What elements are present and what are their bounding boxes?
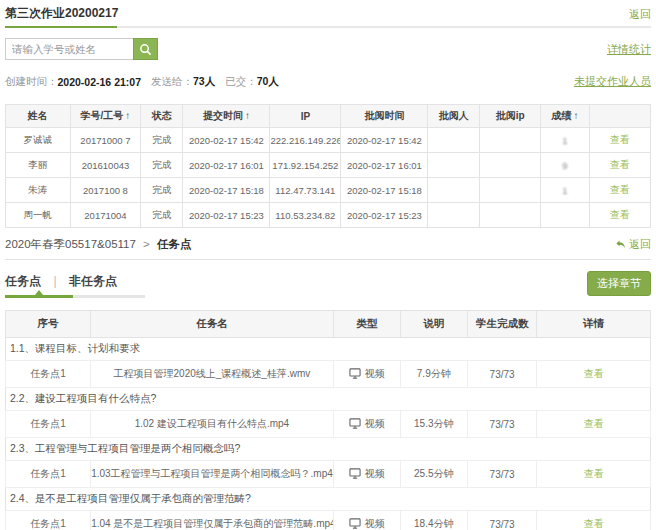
sent-to-label: 发送给： — [151, 75, 193, 89]
cell-name: 朱涛 — [6, 178, 71, 203]
homework-section: 第三次作业20200217 返回 详情统计 创建时间： 2020-02-16 2… — [5, 0, 651, 228]
cell-status: 完成 — [141, 153, 183, 178]
submitted-label: 已交： — [225, 75, 257, 89]
cell-action: 查看 — [589, 153, 650, 178]
cell-status: 完成 — [141, 178, 183, 203]
type-cell: 视频 — [349, 517, 385, 530]
homework-column-header-提交时间[interactable]: 提交时间↑ — [183, 105, 270, 128]
cell-reviewer — [428, 153, 480, 178]
course-back-link[interactable]: 返回 — [615, 237, 651, 252]
cell-task-name: 1.04 是不是工程项目管理仅属于承包商的管理范畴.mp4 — [91, 511, 334, 530]
cell-reviewer — [428, 203, 480, 228]
cell-review: 2020-02-17 16:01 — [341, 153, 428, 178]
unsubmitted-students-link[interactable]: 未提交作业人员 — [574, 74, 651, 89]
cell-review_ip — [480, 128, 541, 153]
course-back-label: 返回 — [629, 237, 651, 252]
taskpoint-column-header-序号: 序号 — [6, 311, 91, 338]
homework-column-header-IP: IP — [270, 105, 341, 128]
select-chapter-button[interactable]: 选择章节 — [587, 271, 651, 296]
cell-completed: 73/73 — [467, 461, 537, 488]
cell-task-name: 1.02 建设工程项目有什么特点.mp4 — [91, 411, 334, 438]
taskpoint-table: 序号任务名类型说明学生完成数详情 1.1、课程目标、计划和要求任务点1工程项目管… — [5, 310, 651, 530]
tab-taskpoint[interactable]: 任务点 — [5, 274, 41, 288]
view-link[interactable]: 查看 — [610, 184, 630, 195]
search-box — [5, 38, 158, 60]
chapter-group-title: 2.2、建设工程项目有什么特点? — [6, 388, 651, 411]
cell-detail: 查看 — [537, 361, 651, 388]
tab-underline — [5, 295, 145, 298]
cell-duration: 7.9分钟 — [400, 361, 467, 388]
tab-row: 任务点 | 非任务点 选择章节 — [5, 271, 651, 298]
cell-action: 查看 — [589, 178, 650, 203]
homework-column-header-批阅人: 批阅人 — [428, 105, 480, 128]
chapter-group-row: 2.4、是不是工程项目管理仅属于承包商的管理范畴? — [6, 488, 651, 511]
cell-action: 查看 — [589, 128, 650, 153]
cell-duration: 18.4分钟 — [400, 511, 467, 530]
cell-ip: 112.47.73.141 — [270, 178, 341, 203]
taskpoint-section: 2020年春季05517&05117 > 任务点 返回 任务点 | 非任务点 — [5, 237, 651, 530]
sent-to-value: 73人 — [193, 75, 215, 89]
cell-duration: 25.5分钟 — [400, 461, 467, 488]
video-monitor-icon — [349, 368, 361, 380]
chapter-group-row: 2.2、建设工程项目有什么特点? — [6, 388, 651, 411]
created-time-label: 创建时间： — [5, 75, 58, 89]
task-row: 任务点11.04 是不是工程项目管理仅属于承包商的管理范畴.mp4视频18.4分… — [6, 511, 651, 530]
cell-seq: 任务点1 — [6, 411, 91, 438]
cell-completed: 73/73 — [467, 361, 537, 388]
cell-type: 视频 — [333, 361, 400, 388]
table-row: 周一帆20171004完成2020-02-17 15:23110.53.234.… — [6, 203, 651, 228]
view-link[interactable]: 查看 — [584, 468, 604, 479]
tab-non-taskpoint[interactable]: 非任务点 — [69, 274, 117, 288]
cell-completed: 73/73 — [467, 411, 537, 438]
back-arrow-icon — [615, 239, 626, 250]
chapter-group-title: 1.1、课程目标、计划和要求 — [6, 338, 651, 361]
type-label: 视频 — [365, 417, 385, 431]
page-title: 第三次作业20200217 — [5, 5, 118, 22]
type-label: 视频 — [365, 517, 385, 530]
divider — [5, 259, 651, 260]
title-rule — [5, 26, 651, 28]
search-button[interactable] — [133, 38, 158, 60]
cell-score: 1 — [541, 128, 589, 153]
cell-name: 罗诚诚 — [6, 128, 71, 153]
tab-separator: | — [53, 274, 56, 288]
taskpoint-table-body: 1.1、课程目标、计划和要求任务点1工程项目管理2020线上_课程概述_桂萍.w… — [6, 338, 651, 530]
tabs: 任务点 | 非任务点 — [5, 271, 117, 298]
breadcrumb-course[interactable]: 2020年春季05517&05117 — [5, 238, 136, 250]
view-link[interactable]: 查看 — [584, 368, 604, 379]
video-monitor-icon — [349, 518, 361, 530]
cell-reviewer — [428, 178, 480, 203]
sort-ascending-icon: ↑ — [125, 110, 130, 121]
homework-column-header-学号/工号[interactable]: 学号/工号↑ — [70, 105, 141, 128]
search-input[interactable] — [5, 38, 133, 60]
cell-task-name: 工程项目管理2020线上_课程概述_桂萍.wmv — [91, 361, 334, 388]
homework-column-header-成绩[interactable]: 成绩↑ — [541, 105, 589, 128]
cell-name: 李丽 — [6, 153, 71, 178]
view-link[interactable]: 查看 — [610, 159, 630, 170]
detail-stats-link[interactable]: 详情统计 — [607, 42, 651, 57]
score-value: 1 — [562, 135, 567, 146]
chapter-group-row: 1.1、课程目标、计划和要求 — [6, 338, 651, 361]
chapter-group-row: 2.3、工程管理与工程项目管理是两个相同概念吗? — [6, 438, 651, 461]
cell-status: 完成 — [141, 128, 183, 153]
homework-back-link[interactable]: 返回 — [629, 7, 651, 22]
view-link[interactable]: 查看 — [610, 209, 630, 220]
table-row: 罗诚诚20171000 7完成2020-02-17 15:42222.216.1… — [6, 128, 651, 153]
cell-seq: 任务点1 — [6, 511, 91, 530]
taskpoint-column-header-详情: 详情 — [537, 311, 651, 338]
homework-column-header-状态: 状态 — [141, 105, 183, 128]
cell-review_ip — [480, 153, 541, 178]
homework-meta: 创建时间： 2020-02-16 21:07 发送给： 73人 已交： 70人 … — [5, 74, 651, 89]
task-row: 任务点11.02 建设工程项目有什么特点.mp4视频15.3分钟73/73查看 — [6, 411, 651, 438]
cell-reviewer — [428, 128, 480, 153]
view-link[interactable]: 查看 — [584, 418, 604, 429]
cell-review: 2020-02-17 15:42 — [341, 128, 428, 153]
view-link[interactable]: 查看 — [610, 134, 630, 145]
taskpoint-column-header-任务名: 任务名 — [91, 311, 334, 338]
cell-id: 201610043 — [70, 153, 141, 178]
created-time-value: 2020-02-16 21:07 — [58, 76, 141, 88]
cell-submit: 2020-02-17 16:01 — [183, 153, 270, 178]
taskpoint-table-header-row: 序号任务名类型说明学生完成数详情 — [6, 311, 651, 338]
view-link[interactable]: 查看 — [584, 518, 604, 529]
cell-completed: 73/73 — [467, 511, 537, 530]
